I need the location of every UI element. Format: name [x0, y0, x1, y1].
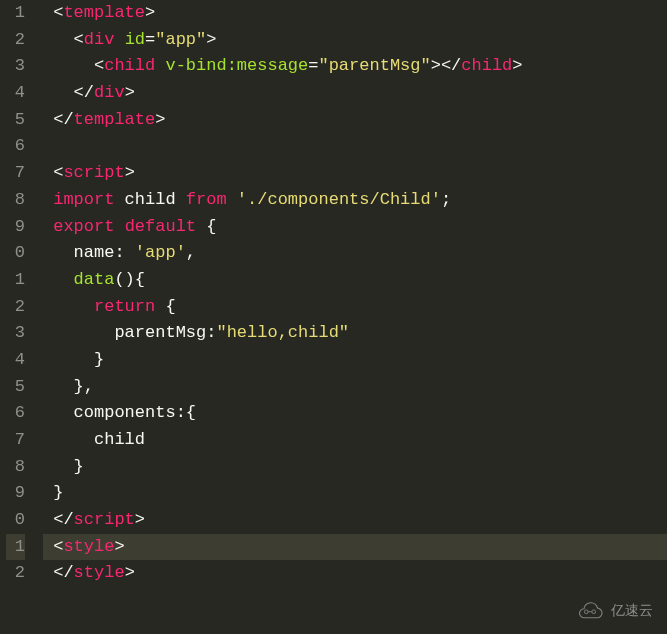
token-tag-bracket: >: [206, 30, 216, 49]
code-line[interactable]: <child v-bind:message="parentMsg"></chil…: [43, 53, 667, 80]
token-tag-name: child: [104, 56, 155, 75]
token-string: "app": [155, 30, 206, 49]
line-number: 1: [6, 534, 25, 561]
code-line[interactable]: <template>: [43, 0, 667, 27]
svg-point-0: [584, 610, 588, 614]
token-string: './components/Child': [237, 190, 441, 209]
token-attr-op: =: [308, 56, 318, 75]
token-tag-bracket: >: [125, 563, 135, 582]
line-number: 6: [6, 133, 25, 160]
token-punct: }: [53, 483, 63, 502]
token-tag-name: script: [63, 163, 124, 182]
code-line[interactable]: }: [43, 347, 667, 374]
token-keyword: export: [53, 217, 114, 236]
token-tag-bracket: >: [145, 3, 155, 22]
token-punct: {: [196, 217, 216, 236]
code-line[interactable]: </div>: [43, 80, 667, 107]
token-keyword: from: [186, 190, 227, 209]
token-tag-bracket: <: [74, 30, 84, 49]
token-tag-name: style: [63, 537, 114, 556]
code-line[interactable]: }: [43, 454, 667, 481]
code-line[interactable]: child: [43, 427, 667, 454]
line-number: 3: [6, 320, 25, 347]
token-tag-bracket: </: [53, 563, 73, 582]
token-varname: name:: [74, 243, 135, 262]
line-number: 2: [6, 294, 25, 321]
line-number: 9: [6, 214, 25, 241]
code-line[interactable]: </template>: [43, 107, 667, 134]
line-number: 2: [6, 560, 25, 587]
line-number: 4: [6, 80, 25, 107]
line-number: 0: [6, 240, 25, 267]
token-attr-op: =: [145, 30, 155, 49]
line-number: 4: [6, 347, 25, 374]
code-line[interactable]: <script>: [43, 160, 667, 187]
token-varname: child: [94, 430, 145, 449]
code-line[interactable]: name: 'app',: [43, 240, 667, 267]
watermark-text: 亿速云: [611, 597, 653, 624]
code-line[interactable]: }: [43, 480, 667, 507]
token-funcname: data: [74, 270, 115, 289]
token-tag-bracket: ></: [431, 56, 462, 75]
code-line[interactable]: export default {: [43, 214, 667, 241]
line-number: 0: [6, 507, 25, 534]
cloud-icon: [575, 602, 605, 620]
token-tag-bracket: >: [114, 537, 124, 556]
token-tag-name: div: [84, 30, 115, 49]
token-tag-name: style: [74, 563, 125, 582]
token-punct: {: [155, 297, 175, 316]
code-line[interactable]: return {: [43, 294, 667, 321]
code-area[interactable]: <template> <div id="app"> <child v-bind:…: [35, 0, 667, 634]
line-gutter: 1234567890123456789012: [0, 0, 35, 634]
line-number: 1: [6, 267, 25, 294]
code-line[interactable]: <div id="app">: [43, 27, 667, 54]
token-keyword: default: [125, 217, 196, 236]
code-line[interactable]: </style>: [43, 560, 667, 587]
token-keyword: import: [53, 190, 114, 209]
token-varname: child: [114, 190, 185, 209]
line-number: 1: [6, 0, 25, 27]
token-tag-bracket: <: [53, 3, 63, 22]
line-number: 5: [6, 107, 25, 134]
token-tag-bracket: <: [53, 537, 63, 556]
line-number: 8: [6, 187, 25, 214]
token-punct: }: [74, 457, 84, 476]
token-punct: [114, 30, 124, 49]
token-tag-bracket: >: [125, 83, 135, 102]
token-tag-bracket: </: [53, 510, 73, 529]
token-punct: ,: [186, 243, 196, 262]
token-tag-bracket: >: [135, 510, 145, 529]
token-varname: components:{: [74, 403, 196, 422]
line-number: 8: [6, 454, 25, 481]
token-tag-bracket: >: [125, 163, 135, 182]
token-keyword: return: [94, 297, 155, 316]
token-punct: ;: [441, 190, 451, 209]
code-line[interactable]: [43, 133, 667, 160]
token-string: 'app': [135, 243, 186, 262]
token-tag-bracket: <: [53, 163, 63, 182]
token-tag-bracket: <: [94, 56, 104, 75]
token-tag-name: template: [63, 3, 145, 22]
token-tag-bracket: >: [155, 110, 165, 129]
svg-point-1: [592, 610, 596, 614]
token-attr-name: id: [125, 30, 145, 49]
token-tag-name: child: [461, 56, 512, 75]
token-tag-name: script: [74, 510, 135, 529]
code-line[interactable]: parentMsg:"hello,child": [43, 320, 667, 347]
code-line[interactable]: <style>: [43, 534, 667, 561]
code-line[interactable]: import child from './components/Child';: [43, 187, 667, 214]
code-editor[interactable]: 1234567890123456789012 <template> <div i…: [0, 0, 667, 634]
code-line[interactable]: </script>: [43, 507, 667, 534]
token-varname: parentMsg:: [114, 323, 216, 342]
token-string: "parentMsg": [318, 56, 430, 75]
code-line[interactable]: },: [43, 374, 667, 401]
line-number: 5: [6, 374, 25, 401]
line-number: 2: [6, 27, 25, 54]
token-tag-bracket: </: [74, 83, 94, 102]
code-line[interactable]: components:{: [43, 400, 667, 427]
line-number: 7: [6, 427, 25, 454]
code-line[interactable]: data(){: [43, 267, 667, 294]
token-tag-bracket: >: [512, 56, 522, 75]
token-punct: [155, 56, 165, 75]
token-attr-name: v-bind:message: [165, 56, 308, 75]
